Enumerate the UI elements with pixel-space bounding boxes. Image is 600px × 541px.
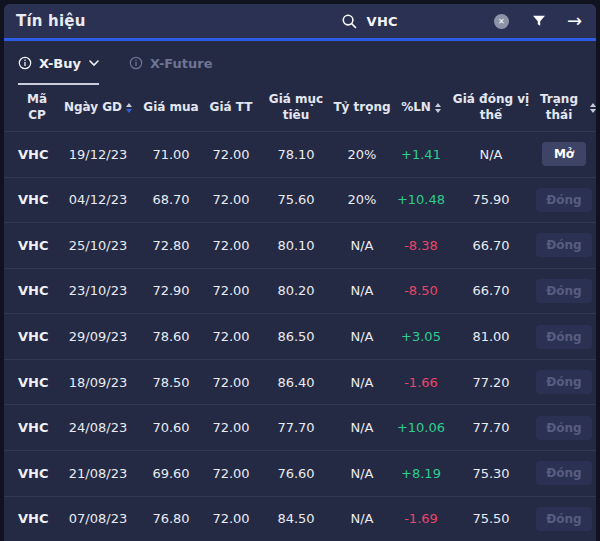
- cell-pct-ln: +1.41: [392, 147, 450, 162]
- table-row[interactable]: VHC25/10/2372.8072.0080.10N/A-8.3866.70Đ…: [4, 222, 596, 268]
- cell-ma-cp: VHC: [4, 375, 56, 390]
- cell-gia-mua: 78.60: [140, 329, 202, 344]
- search-icon: [341, 13, 358, 30]
- status-button[interactable]: Đóng: [536, 507, 591, 531]
- cell-ma-cp: VHC: [4, 466, 56, 481]
- table-row[interactable]: VHC18/09/2378.5072.0086.40N/A-1.6677.20Đ…: [4, 359, 596, 405]
- tab-label: X-Future: [150, 56, 213, 71]
- cell-gia-tt: 72.00: [202, 147, 260, 162]
- tab-x-buy[interactable]: X-Buy: [18, 41, 99, 85]
- column-header-trang-thai[interactable]: Trạng thái: [532, 92, 596, 123]
- search-input[interactable]: VHC: [341, 13, 398, 30]
- cell-ma-cp: VHC: [4, 238, 56, 253]
- cell-pct-ln: -8.38: [392, 238, 450, 253]
- column-header-pct-ln[interactable]: %LN: [392, 100, 450, 116]
- cell-gia-tt: 72.00: [202, 192, 260, 207]
- cell-ngay-gd: 21/08/23: [56, 466, 140, 481]
- cell-trang-thai: Đóng: [532, 279, 596, 303]
- cell-ma-cp: VHC: [4, 511, 56, 526]
- cell-gia-mua: 78.50: [140, 375, 202, 390]
- cell-pct-ln: +8.19: [392, 466, 450, 481]
- cell-gia-mua: 71.00: [140, 147, 202, 162]
- status-button[interactable]: Đóng: [536, 370, 591, 394]
- status-button[interactable]: Đóng: [536, 188, 591, 212]
- cell-gia-muc-tieu: 80.20: [260, 283, 332, 298]
- search-value: VHC: [367, 14, 398, 29]
- table-row[interactable]: VHC23/10/2372.9072.0080.20N/A-8.5066.70Đ…: [4, 268, 596, 314]
- cell-ty-trong: N/A: [332, 375, 392, 390]
- cell-gia-tt: 72.00: [202, 238, 260, 253]
- cell-gia-muc-tieu: 86.40: [260, 375, 332, 390]
- cell-trang-thai: Đóng: [532, 461, 596, 485]
- table-row[interactable]: VHC29/09/2378.6072.0086.50N/A+3.0581.00Đ…: [4, 313, 596, 359]
- tab-bar: X-Buy X-Future: [4, 41, 596, 85]
- cell-gia-tt: 72.00: [202, 375, 260, 390]
- cell-gia-dong-vi-the: 66.70: [450, 283, 532, 298]
- cell-gia-mua: 70.60: [140, 420, 202, 435]
- cell-ty-trong: N/A: [332, 420, 392, 435]
- cell-ty-trong: N/A: [332, 511, 392, 526]
- column-header-gia-dong-vi-the: Giá đóng vị thế: [450, 92, 532, 123]
- clear-search-icon[interactable]: ✕: [494, 14, 509, 29]
- cell-pct-ln: +10.06: [392, 420, 450, 435]
- cell-ty-trong: 20%: [332, 147, 392, 162]
- arrow-right-icon[interactable]: →: [567, 12, 582, 30]
- status-button[interactable]: Đóng: [536, 416, 591, 440]
- cell-gia-tt: 72.00: [202, 420, 260, 435]
- cell-gia-dong-vi-the: N/A: [450, 147, 532, 162]
- cell-gia-muc-tieu: 76.60: [260, 466, 332, 481]
- status-button[interactable]: Đóng: [536, 233, 591, 257]
- cell-trang-thai: Đóng: [532, 507, 596, 531]
- tab-x-future[interactable]: X-Future: [129, 41, 213, 85]
- cell-gia-tt: 72.00: [202, 511, 260, 526]
- cell-ty-trong: 20%: [332, 192, 392, 207]
- cell-gia-dong-vi-the: 75.50: [450, 511, 532, 526]
- status-button[interactable]: Đóng: [536, 325, 591, 349]
- table-body: VHC19/12/2371.0072.0078.1020%+1.41N/AMởV…: [4, 132, 596, 541]
- cell-ty-trong: N/A: [332, 466, 392, 481]
- title-bar: Tín hiệu VHC ✕ →: [4, 4, 596, 38]
- cell-gia-mua: 69.60: [140, 466, 202, 481]
- cell-gia-tt: 72.00: [202, 283, 260, 298]
- page-title: Tín hiệu: [16, 12, 341, 30]
- cell-ngay-gd: 23/10/23: [56, 283, 140, 298]
- chevron-down-icon: [89, 60, 99, 67]
- cell-trang-thai: Đóng: [532, 370, 596, 394]
- cell-ngay-gd: 29/09/23: [56, 329, 140, 344]
- cell-gia-dong-vi-the: 75.30: [450, 466, 532, 481]
- column-header-ngay-gd[interactable]: Ngày GD: [56, 100, 140, 116]
- cell-gia-muc-tieu: 77.70: [260, 420, 332, 435]
- cell-ngay-gd: 18/09/23: [56, 375, 140, 390]
- table-row[interactable]: VHC19/12/2371.0072.0078.1020%+1.41N/AMở: [4, 132, 596, 177]
- table-row[interactable]: VHC24/08/2370.6072.0077.70N/A+10.0677.70…: [4, 404, 596, 450]
- table-row[interactable]: VHC04/12/2368.7072.0075.6020%+10.4875.90…: [4, 177, 596, 223]
- cell-trang-thai: Đóng: [532, 416, 596, 440]
- status-button[interactable]: Đóng: [536, 461, 591, 485]
- cell-ma-cp: VHC: [4, 329, 56, 344]
- cell-pct-ln: -8.50: [392, 283, 450, 298]
- cell-ma-cp: VHC: [4, 283, 56, 298]
- cell-ngay-gd: 04/12/23: [56, 192, 140, 207]
- cell-ty-trong: N/A: [332, 283, 392, 298]
- cell-gia-tt: 72.00: [202, 466, 260, 481]
- filter-icon[interactable]: [531, 13, 547, 29]
- cell-trang-thai: Đóng: [532, 325, 596, 349]
- cell-pct-ln: -1.66: [392, 375, 450, 390]
- cell-gia-muc-tieu: 86.50: [260, 329, 332, 344]
- table-row[interactable]: VHC07/08/2376.8072.0084.50N/A-1.6975.50Đ…: [4, 496, 596, 541]
- status-button[interactable]: Đóng: [536, 279, 591, 303]
- tab-label: X-Buy: [39, 56, 81, 71]
- cell-ma-cp: VHC: [4, 420, 56, 435]
- sort-icon: [590, 103, 596, 113]
- cell-gia-dong-vi-the: 66.70: [450, 238, 532, 253]
- cell-ngay-gd: 19/12/23: [56, 147, 140, 162]
- cell-trang-thai: Mở: [532, 142, 596, 166]
- cell-gia-dong-vi-the: 75.90: [450, 192, 532, 207]
- table-row[interactable]: VHC21/08/2369.6072.0076.60N/A+8.1975.30Đ…: [4, 450, 596, 496]
- cell-gia-dong-vi-the: 81.00: [450, 329, 532, 344]
- info-icon: [18, 56, 32, 70]
- info-icon: [129, 56, 143, 70]
- cell-gia-mua: 72.80: [140, 238, 202, 253]
- cell-ty-trong: N/A: [332, 238, 392, 253]
- status-button[interactable]: Mở: [542, 142, 586, 166]
